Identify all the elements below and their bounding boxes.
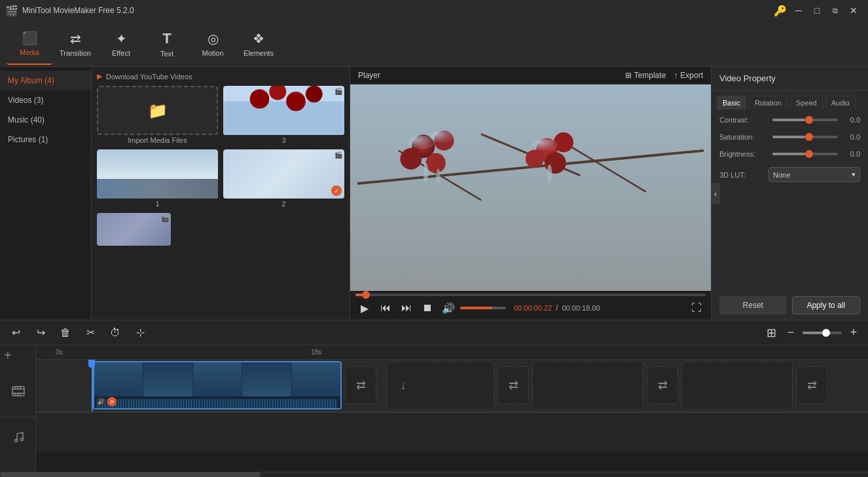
sidebar-item-music[interactable]: Music (40) (0, 110, 91, 130)
tab-audio[interactable]: Audio (825, 96, 856, 109)
prev-button[interactable]: ⏮ (376, 299, 395, 317)
media-thumb-1[interactable]: 1 (97, 149, 218, 208)
minimize-button[interactable]: ─ (789, 3, 808, 18)
media-thumb-3[interactable]: 🎬 3 (223, 86, 344, 144)
elements-icon: ❖ (253, 31, 264, 47)
cut-button[interactable]: ✂ (81, 324, 99, 342)
transition-slot-4[interactable] (532, 361, 643, 410)
fullscreen-button[interactable]: ⛶ (687, 299, 706, 317)
svg-rect-21 (12, 387, 24, 396)
download-slot[interactable]: ↓ (388, 370, 419, 401)
redo-button[interactable]: ↪ (31, 324, 50, 342)
toolbar-motion[interactable]: ◎ Motion (190, 23, 236, 65)
timeline-scrollbar[interactable] (0, 472, 868, 477)
transition-slot-5[interactable]: ⇄ (647, 366, 678, 404)
clip-mute-icon[interactable]: 🔊 (96, 397, 105, 406)
transition-slot-7[interactable]: ⇄ (796, 366, 827, 404)
next-button[interactable]: ⏭ (397, 299, 416, 317)
sidebar-item-videos[interactable]: Videos (3) (0, 90, 91, 110)
video-icon-4: 🎬 (161, 215, 169, 222)
import-media-btn[interactable]: 📁 Import Media Files (97, 86, 218, 144)
media-thumb-4-partial[interactable]: 🎬 (97, 213, 344, 246)
key-icon-btn[interactable]: 🔑 (774, 5, 787, 17)
lut-select[interactable]: None ▾ (769, 167, 860, 182)
apply-to-all-button[interactable]: Apply to all (792, 296, 861, 315)
scrollbar-thumb[interactable] (0, 472, 261, 477)
export-button[interactable]: ↑ Export (674, 71, 703, 80)
template-button[interactable]: ⊞ Template (625, 71, 666, 80)
timeline-track-labels: + (0, 345, 36, 472)
add-track-button[interactable]: + (0, 345, 35, 365)
delete-button[interactable]: 🗑 (56, 324, 75, 342)
motion-label: Motion (202, 49, 223, 57)
clip-audio-settings[interactable]: ✕ (107, 397, 117, 406)
toolbar-text[interactable]: T Text (144, 23, 190, 65)
player-title: Player (358, 71, 380, 80)
contrast-slider[interactable] (772, 119, 838, 121)
download-youtube-btn[interactable]: ▶ Download YouTube Videos (97, 72, 344, 81)
sidebar-item-pictures[interactable]: Pictures (1) (0, 130, 91, 149)
restore-button[interactable]: ⧉ (826, 3, 844, 18)
motion-icon: ◎ (208, 31, 219, 47)
volume-slider[interactable] (460, 307, 506, 309)
media-icon: ⬛ (22, 30, 38, 46)
svg-rect-22 (12, 389, 24, 390)
thumb-check-2: ✓ (331, 185, 342, 196)
zoom-controls: ⊞ − + (763, 325, 861, 341)
zoom-in-button[interactable]: + (846, 325, 861, 341)
brightness-row: Brightness: 0.0 (719, 150, 860, 158)
close-button[interactable]: ✕ (844, 3, 863, 18)
reset-button[interactable]: Reset (719, 296, 787, 315)
stop-button[interactable]: ⏹ (418, 299, 437, 317)
maximize-button[interactable]: □ (808, 3, 826, 18)
zoom-out-button[interactable]: − (783, 325, 799, 341)
player-header: Player ⊞ Template ↑ Export (350, 67, 711, 85)
current-time: 00:00:00.22 (514, 304, 552, 312)
crop-button[interactable]: ⊹ (131, 324, 149, 342)
sidebar: My Album (4) Videos (3) Music (40) Pictu… (0, 67, 92, 320)
total-time: 00:00:18.00 (562, 304, 600, 312)
zoom-slider[interactable] (803, 332, 842, 334)
video-property-title: Video Property (712, 67, 868, 90)
undo-button[interactable]: ↩ (7, 324, 25, 342)
tab-rotation[interactable]: Rotation (749, 96, 787, 109)
volume-button[interactable]: 🔊 (439, 299, 458, 317)
media-label: Media (20, 48, 39, 56)
text-label: Text (160, 50, 173, 58)
sidebar-item-my-album[interactable]: My Album (4) (0, 71, 91, 90)
transition-label: Transition (60, 49, 91, 57)
collapse-panel-btn[interactable]: ‹ (711, 183, 720, 204)
zoom-fit-button[interactable]: ⊞ (763, 325, 779, 341)
progress-bar[interactable] (355, 294, 706, 296)
toolbar-transition[interactable]: ⇄ Transition (52, 23, 98, 65)
play-button[interactable]: ▶ (355, 299, 374, 317)
audio-track (36, 412, 868, 451)
timeline-ruler: 0s 18s (36, 345, 868, 360)
tab-basic[interactable]: Basic (717, 96, 746, 109)
toolbar-media[interactable]: ⬛ Media (7, 23, 52, 65)
video-clip[interactable]: 🔊 ✕ (93, 361, 342, 410)
transition-slot-1[interactable]: ⇄ (345, 366, 376, 404)
svg-rect-29 (20, 392, 21, 396)
brightness-slider[interactable] (772, 153, 838, 155)
progress-thumb[interactable] (362, 291, 370, 299)
split-button[interactable]: ⏱ (106, 324, 124, 342)
saturation-row: Saturation: 0.0 (719, 133, 860, 141)
svg-rect-27 (14, 392, 16, 396)
contrast-row: Contrast: 0.0 (719, 116, 860, 124)
transition-slot-6[interactable] (681, 361, 793, 410)
video-icon-2: 🎬 (335, 151, 342, 159)
effect-icon: ✦ (116, 31, 127, 47)
transition-slot-3[interactable]: ⇄ (497, 366, 529, 404)
progress-bar-container[interactable] (350, 291, 711, 296)
svg-rect-28 (17, 392, 18, 396)
effect-label: Effect (112, 49, 130, 57)
toolbar-elements[interactable]: ❖ Elements (236, 23, 281, 65)
time-separator: / (556, 303, 558, 313)
tab-speed[interactable]: Speed (790, 96, 823, 109)
saturation-slider[interactable] (772, 136, 838, 138)
toolbar-effect[interactable]: ✦ Effect (98, 23, 144, 65)
ruler-mark-0s: 0s (56, 349, 63, 356)
media-thumb-2[interactable]: 🎬 ✓ 2 (223, 149, 344, 208)
video-track-icon (0, 365, 36, 417)
